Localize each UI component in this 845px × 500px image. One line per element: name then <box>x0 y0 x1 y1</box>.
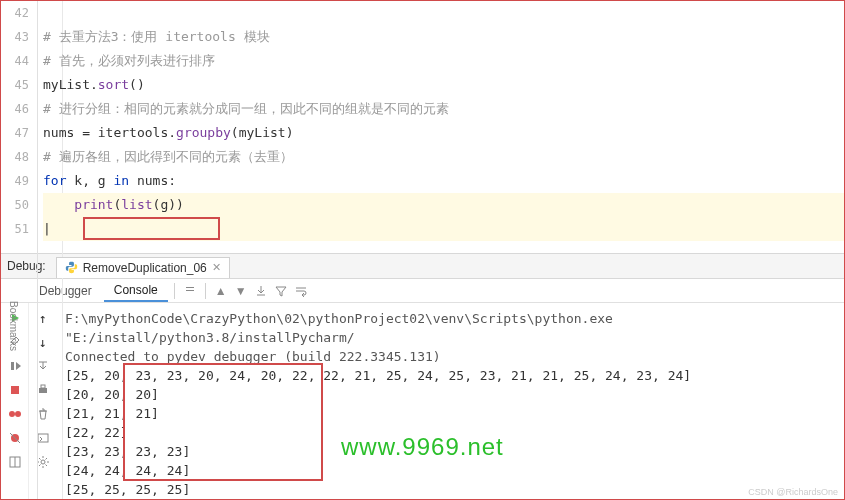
code-line[interactable]: for k, g in nums: <box>43 169 844 193</box>
svg-point-3 <box>15 411 21 417</box>
svg-rect-0 <box>11 362 14 370</box>
bookmarks-tab[interactable]: Bookmarks <box>1 301 19 351</box>
code-line[interactable]: # 首先，必须对列表进行排序 <box>43 49 844 73</box>
view-bp-icon[interactable] <box>6 405 24 423</box>
step-icon[interactable] <box>6 357 24 375</box>
svg-rect-8 <box>38 434 48 442</box>
code-line[interactable]: # 进行分组：相同的元素就分成同一组，因此不同的组就是不同的元素 <box>43 97 844 121</box>
output-line: [24, 24, 24, 24] <box>65 461 836 480</box>
tab-title: RemoveDuplication_06 <box>83 261 207 275</box>
svg-rect-6 <box>39 388 47 393</box>
code-line[interactable]: # 遍历各组，因此得到不同的元素（去重） <box>43 145 844 169</box>
output-line: [22, 22] <box>65 423 836 442</box>
svg-rect-1 <box>11 386 19 394</box>
tab-debugger[interactable]: Debugger <box>29 281 102 301</box>
line-number-gutter: 42434445464748495051 <box>1 1 37 253</box>
code-editor[interactable]: 42434445464748495051 # 去重方法3：使用 itertool… <box>1 1 844 253</box>
debug-bar: Debug: RemoveDuplication_06 ✕ <box>1 253 844 279</box>
wrap-icon[interactable] <box>292 282 310 300</box>
code-line[interactable]: # 去重方法3：使用 itertools 模块 <box>43 25 844 49</box>
tab-console[interactable]: Console <box>104 280 168 302</box>
down-icon[interactable]: ▼ <box>232 282 250 300</box>
code-line[interactable]: | <box>43 217 844 241</box>
left-sidebar-2: ↑ ↓ <box>29 303 57 500</box>
code-area[interactable]: # 去重方法3：使用 itertools 模块# 首先，必须对列表进行排序myL… <box>37 1 844 253</box>
code-line[interactable] <box>43 1 844 25</box>
code-line[interactable]: print(list(g)) <box>43 193 844 217</box>
filter-icon[interactable] <box>272 282 290 300</box>
svg-point-9 <box>41 460 45 464</box>
svg-point-2 <box>9 411 15 417</box>
svg-rect-7 <box>41 385 45 388</box>
collapse-icon[interactable] <box>181 282 199 300</box>
connected-line: Connected to pydev debugger (build 222.3… <box>65 347 836 366</box>
input-array: [25, 20, 23, 23, 20, 24, 20, 22, 22, 21,… <box>65 366 836 385</box>
output-line: [23, 23, 23, 23] <box>65 442 836 461</box>
layout-icon[interactable] <box>6 453 24 471</box>
export-icon[interactable] <box>252 282 270 300</box>
csdn-watermark: CSDN @RichardsOne <box>748 487 838 497</box>
code-line[interactable]: nums = itertools.groupby(myList) <box>43 121 844 145</box>
output-line: [25, 25, 25, 25] <box>65 480 836 499</box>
command-line: F:\myPythonCode\CrazyPython\02\pythonPro… <box>65 309 836 347</box>
close-icon[interactable]: ✕ <box>212 261 221 274</box>
python-icon <box>65 261 78 274</box>
code-line[interactable]: myList.sort() <box>43 73 844 97</box>
output-line: [20, 20, 20] <box>65 385 836 404</box>
debug-tab[interactable]: RemoveDuplication_06 ✕ <box>56 257 230 278</box>
mute-bp-icon[interactable] <box>6 429 24 447</box>
up-icon[interactable]: ▲ <box>212 282 230 300</box>
output-line: [21, 21, 21] <box>65 404 836 423</box>
stop-icon[interactable] <box>6 381 24 399</box>
output-groups: [20, 20, 20][21, 21, 21][22, 22][23, 23,… <box>65 385 836 499</box>
debug-label: Debug: <box>7 259 46 273</box>
console-output[interactable]: F:\myPythonCode\CrazyPython\02\pythonPro… <box>57 303 844 500</box>
console-toolbar: Debugger Console ▲ ▼ <box>1 279 844 303</box>
